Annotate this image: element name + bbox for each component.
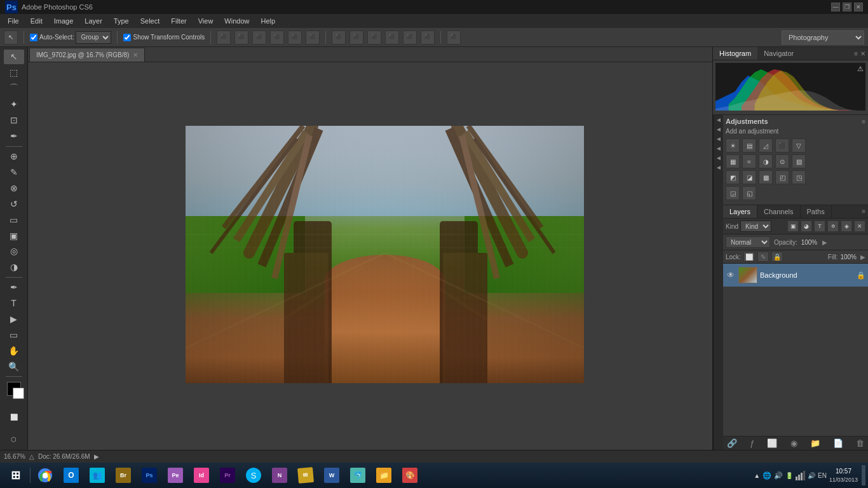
menu-window[interactable]: Window <box>219 16 254 26</box>
stickies-icon[interactable]: ✉ <box>293 464 318 487</box>
people-icon[interactable]: 👥 <box>85 464 110 487</box>
start-button[interactable]: ⊞ <box>3 464 28 487</box>
close-button[interactable]: ✕ <box>854 3 863 11</box>
canvas-content[interactable] <box>28 62 712 450</box>
move-tool-icon[interactable]: ↖ <box>4 30 18 44</box>
levels-btn[interactable]: ▤ <box>742 139 756 152</box>
link-layers-btn[interactable]: 🔗 <box>727 438 737 448</box>
autoselect-dropdown[interactable]: Group Layer <box>76 31 111 44</box>
adjustments-expand-icon[interactable]: ≡ <box>862 118 865 125</box>
panel-icon-3[interactable]: ▶ <box>715 137 721 142</box>
tab-layers[interactable]: Layers <box>723 205 757 218</box>
gradient-map-btn[interactable]: ◳ <box>792 170 806 184</box>
battery-icon[interactable]: 🔋 <box>785 472 793 479</box>
new-group-btn[interactable]: 📁 <box>810 438 820 448</box>
word-icon[interactable]: W <box>319 464 344 487</box>
invert-btn[interactable]: ◪ <box>742 170 756 184</box>
lasso-tool[interactable]: ⌒ <box>4 81 24 96</box>
menu-edit[interactable]: Edit <box>25 16 48 26</box>
move-tool[interactable]: ↖ <box>4 50 24 64</box>
sound-icon[interactable]: 🔊 <box>774 471 783 480</box>
vibrance-btn[interactable]: ▽ <box>792 139 806 152</box>
premiere-elements-icon[interactable]: Pe <box>163 464 188 487</box>
menu-file[interactable]: File <box>3 16 24 26</box>
tab-paths[interactable]: Paths <box>801 205 832 218</box>
photo-filter-btn[interactable]: ⊙ <box>775 154 789 168</box>
doc-info-arrow[interactable]: ▶ <box>94 453 99 460</box>
channel-mixer-btn[interactable]: ▧ <box>792 154 806 168</box>
selective-color-btn[interactable]: ◲ <box>726 186 740 200</box>
filter-pixel-icon[interactable]: ▣ <box>787 220 799 232</box>
color-balance-btn[interactable]: ≈ <box>742 154 756 168</box>
align-right-icon[interactable]: ⬛ <box>252 30 266 44</box>
dist-left-icon[interactable]: ⬛ <box>332 30 346 44</box>
add-mask-btn[interactable]: ⬜ <box>767 438 777 448</box>
filter-shape-icon[interactable]: ⭘ <box>827 220 839 232</box>
tab-navigator[interactable]: Navigator <box>757 47 800 60</box>
clone-stamp-tool[interactable]: ⊗ <box>4 180 24 195</box>
align-left-icon[interactable]: ⬛ <box>217 30 231 44</box>
indesign-icon[interactable]: Id <box>189 464 214 487</box>
speaker-icon[interactable]: 🔊 <box>808 472 815 479</box>
lock-all-btn[interactable]: 🔒 <box>771 252 783 262</box>
shape-tool[interactable]: ▭ <box>4 327 24 342</box>
menu-layer[interactable]: Layer <box>79 16 107 26</box>
eraser-tool[interactable]: ▭ <box>4 212 24 227</box>
dist-right-icon[interactable]: ⬛ <box>367 30 381 44</box>
marquee-tool[interactable]: ⬚ <box>4 65 24 80</box>
menu-type[interactable]: Type <box>109 16 134 26</box>
history-brush-tool[interactable]: ↺ <box>4 196 24 211</box>
layer-visibility-toggle[interactable]: 👁 <box>726 270 736 280</box>
filter-adjustment-icon[interactable]: ◕ <box>801 220 812 232</box>
dist-center-v-icon[interactable]: ⬛ <box>349 30 363 44</box>
layer-style-btn[interactable]: ƒ <box>750 438 754 448</box>
quick-mask-tool[interactable]: ⬜ <box>4 407 24 428</box>
photoshop-app-icon[interactable]: Ps <box>137 464 162 487</box>
type-tool[interactable]: T <box>4 296 24 311</box>
brush-tool[interactable]: ✎ <box>4 165 24 179</box>
gradient-tool[interactable]: ▣ <box>4 228 24 243</box>
align-bottom-icon[interactable]: ⬛ <box>306 30 320 44</box>
background-layer-item[interactable]: 👁 Background 🔒 <box>723 264 868 287</box>
quick-select-tool[interactable]: ✦ <box>4 97 24 112</box>
clock-display[interactable]: 10:57 11/03/2013 <box>829 467 858 484</box>
threshold-btn[interactable]: ◰ <box>775 170 789 184</box>
menu-filter[interactable]: Filter <box>166 16 191 26</box>
auto-align-icon[interactable]: ⬛ <box>447 30 461 44</box>
fill-stepper[interactable]: ▶ <box>860 254 865 261</box>
adj-btn-extra1[interactable]: ◱ <box>742 186 756 200</box>
restore-button[interactable]: ❐ <box>843 3 851 11</box>
skype-icon[interactable]: S <box>241 464 266 487</box>
kind-select[interactable]: Kind <box>740 220 771 232</box>
onenote-icon[interactable]: N <box>267 464 292 487</box>
path-selection-tool[interactable]: ▶ <box>4 311 24 326</box>
align-top-icon[interactable]: ⬛ <box>270 30 284 44</box>
blend-mode-select[interactable]: Normal Multiply Screen <box>726 236 770 248</box>
panel-icon-1[interactable]: ▶ <box>715 118 721 123</box>
hand-tool[interactable]: ✋ <box>4 343 24 358</box>
foreground-color[interactable] <box>7 382 21 396</box>
dist-center-h-icon[interactable]: ⬛ <box>403 30 417 44</box>
align-center-h-icon[interactable]: ⬛ <box>288 30 302 44</box>
chrome-icon[interactable] <box>32 464 58 487</box>
delete-layer-btn[interactable]: 🗑 <box>856 438 864 448</box>
menu-select[interactable]: Select <box>135 16 165 26</box>
bw-btn[interactable]: ◑ <box>759 154 773 168</box>
showtransform-checkbox[interactable] <box>123 34 131 41</box>
pen-tool[interactable]: ✒ <box>4 280 24 295</box>
zoom-tool[interactable]: 🔍 <box>4 359 24 374</box>
menu-help[interactable]: Help <box>255 16 280 26</box>
lock-pixels-btn[interactable]: ⬜ <box>743 252 755 262</box>
premiere-pro-icon[interactable]: Pr <box>215 464 240 487</box>
panel-icon-4[interactable]: ▶ <box>715 146 721 152</box>
dodge-tool[interactable]: ◑ <box>4 260 24 274</box>
filter-clear-icon[interactable]: ✕ <box>854 220 865 232</box>
blur-tool[interactable]: ◎ <box>4 244 24 259</box>
color-lookup-btn[interactable]: ◩ <box>726 170 740 184</box>
posterize-btn[interactable]: ▩ <box>759 170 773 184</box>
minimize-button[interactable]: — <box>831 3 840 11</box>
align-center-v-icon[interactable]: ⬛ <box>234 30 248 44</box>
filter-smart-icon[interactable]: ◈ <box>841 220 852 232</box>
tab-histogram[interactable]: Histogram <box>713 47 757 60</box>
canvas-tab[interactable]: IMG_9702.jpg @ 16.7% (RGB/8) ✕ <box>29 48 145 62</box>
